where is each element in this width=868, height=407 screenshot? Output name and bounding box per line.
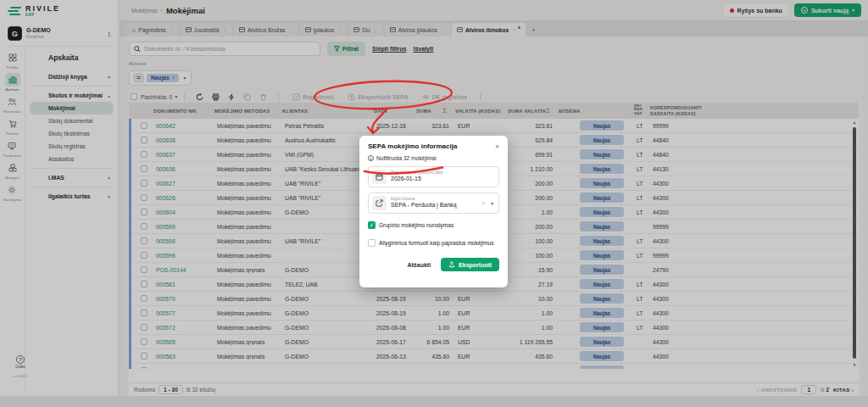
modal-close-icon[interactable]: ×: [495, 142, 499, 150]
modal-title: SEPA mokėjimo informacija: [368, 142, 457, 150]
external-link-icon: [372, 196, 387, 210]
status-select-field[interactable]: Eigos būsena SEPA - Perduota į Banką × ▾: [368, 192, 499, 214]
status-field-value: SEPA - Perduota į Banką: [391, 202, 477, 209]
group-payment-checkbox[interactable]: ✓ Grupinio mokėjimo nurodymas: [368, 221, 499, 229]
chevron-down-icon[interactable]: ▾: [491, 201, 493, 206]
info-icon: i: [368, 155, 374, 161]
app-window: RIVILE ERP G G-DEMO Giedrius ▴▾ PradžiaA…: [0, 0, 868, 407]
execution-date-field[interactable]: Pageidaujama įvykdymo data 2026-01-15: [368, 166, 499, 187]
checked-checkbox-icon: ✓: [368, 221, 376, 229]
unchecked-checkbox-icon: [368, 239, 376, 247]
sepa-export-modal: SEPA mokėjimo informacija × i Nufiltruot…: [359, 136, 508, 287]
date-field-value: 2026-01-15: [391, 176, 495, 182]
cancel-button[interactable]: Atšaukti: [407, 262, 431, 268]
export-icon: [448, 261, 455, 268]
export-button[interactable]: Eksportuoti: [441, 258, 499, 271]
salary-checkbox[interactable]: Atlyginimus formuoti kaip paprastus mokė…: [368, 239, 499, 247]
filtered-info: i Nufiltruota 32 mokėjimai: [368, 155, 499, 161]
clear-select-icon[interactable]: ×: [481, 200, 485, 206]
calendar-icon: [372, 170, 387, 184]
